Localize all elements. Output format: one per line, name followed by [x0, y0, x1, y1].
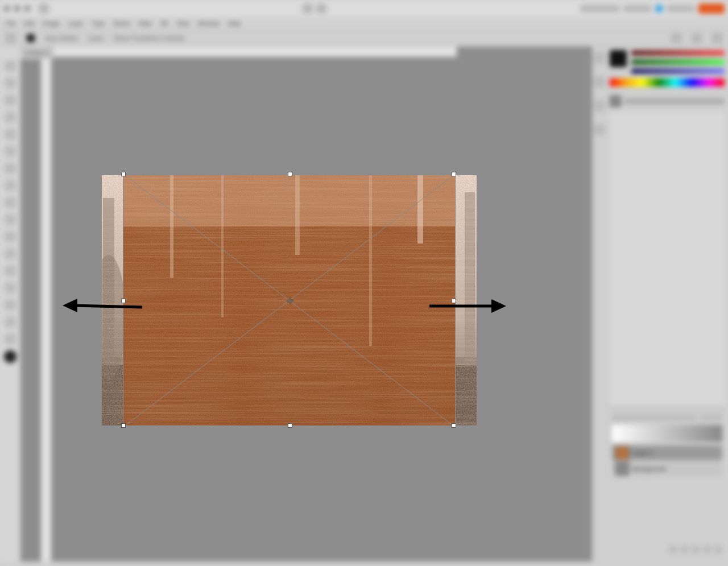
transform-bounding-box[interactable] — [123, 173, 456, 427]
color-slider-r[interactable] — [631, 50, 725, 56]
close-button[interactable] — [698, 3, 725, 14]
properties-panel[interactable] — [610, 111, 725, 405]
panel-icon[interactable] — [594, 52, 605, 64]
move-tool-icon[interactable] — [5, 60, 16, 72]
toolbar-icon[interactable] — [316, 3, 326, 14]
document-tab[interactable]: Untitled-1 — [20, 47, 54, 59]
blur-tool-icon[interactable] — [5, 231, 16, 242]
zoom-tool-icon[interactable] — [5, 333, 16, 345]
svg-line-15 — [123, 174, 455, 427]
transform-handle-sw[interactable] — [121, 423, 126, 428]
options-item[interactable]: Show Transform Controls — [114, 35, 184, 42]
transform-center-icon[interactable] — [286, 297, 294, 305]
layer-row[interactable]: Layer 1 — [612, 445, 722, 460]
new-layer-icon[interactable] — [703, 546, 711, 553]
fx-icon[interactable] — [680, 546, 688, 553]
options-item[interactable]: Layer — [88, 35, 104, 42]
transform-handle-ne[interactable] — [452, 172, 456, 176]
unknown-button[interactable] — [667, 5, 695, 13]
status-bar — [0, 561, 728, 566]
crop-tool-icon[interactable] — [5, 129, 16, 140]
ruler-vertical — [41, 57, 51, 561]
color-swatch-icon[interactable] — [4, 350, 16, 363]
workspace-switcher[interactable] — [623, 5, 652, 13]
menu-item[interactable]: Help — [228, 20, 241, 27]
right-panels: Layer 1 Background — [592, 47, 728, 561]
panel-icon[interactable] — [594, 100, 605, 111]
spectrum-picker[interactable] — [610, 79, 725, 86]
pen-tool-icon[interactable] — [5, 282, 16, 294]
close-window-icon[interactable] — [3, 5, 10, 12]
collapsed-panel-icons[interactable] — [593, 47, 606, 561]
menu-item[interactable]: Filter — [138, 20, 152, 27]
toolbar-icon[interactable] — [303, 3, 313, 14]
wand-tool-icon[interactable] — [5, 111, 16, 123]
gradient-tool-icon[interactable] — [5, 214, 16, 225]
align-icon[interactable] — [671, 33, 681, 43]
color-slider-g[interactable] — [631, 59, 725, 65]
align-icon[interactable] — [712, 33, 722, 43]
menu-bar[interactable]: File Edit Image Layer Type Select Filter… — [0, 17, 728, 30]
hand-tool-icon[interactable] — [5, 316, 16, 328]
search-box[interactable] — [580, 5, 620, 13]
mask-icon[interactable] — [692, 546, 700, 553]
menu-item[interactable]: 3D — [160, 20, 168, 27]
transform-handle-w[interactable] — [121, 299, 126, 303]
link-layers-icon[interactable] — [669, 546, 677, 553]
mini-layer-row[interactable] — [610, 96, 725, 107]
options-bar[interactable]: Auto-Select Layer Show Transform Control… — [0, 30, 728, 47]
menu-item[interactable]: Layer — [68, 20, 84, 27]
color-panel[interactable] — [610, 50, 725, 74]
tools-panel[interactable] — [0, 47, 20, 561]
layer-name[interactable]: Layer 1 — [632, 449, 653, 456]
transform-handle-n[interactable] — [288, 172, 292, 176]
options-item[interactable]: Auto-Select — [46, 35, 78, 42]
transform-handle-se[interactable] — [452, 423, 456, 428]
type-tool-icon[interactable] — [5, 265, 16, 276]
svg-point-17 — [288, 299, 292, 303]
layer-row[interactable]: Background — [612, 461, 722, 476]
stamp-tool-icon[interactable] — [5, 180, 16, 191]
marquee-tool-icon[interactable] — [5, 77, 16, 89]
layer-name[interactable]: Background — [632, 465, 666, 472]
eyedropper-tool-icon[interactable] — [5, 146, 16, 157]
svg-rect-4 — [465, 192, 475, 363]
window-controls[interactable] — [3, 5, 31, 12]
layers-panel[interactable]: Layer 1 Background — [610, 410, 725, 558]
transform-handle-e[interactable] — [452, 299, 456, 303]
menu-item[interactable]: Image — [43, 20, 60, 27]
color-preview-swatch[interactable] — [610, 50, 627, 67]
blend-mode-select[interactable] — [612, 415, 696, 420]
trash-icon[interactable] — [714, 546, 722, 553]
document-tab-label: Untitled-1 — [24, 49, 51, 56]
panel-icon[interactable] — [594, 124, 605, 135]
eraser-tool-icon[interactable] — [5, 197, 16, 208]
brush-tool-icon[interactable] — [5, 163, 16, 174]
foreground-color-swatch[interactable] — [26, 34, 35, 43]
panel-icon[interactable] — [594, 76, 605, 88]
transform-handle-s[interactable] — [288, 423, 292, 428]
layer-thumb-icon — [615, 446, 629, 460]
layer-thumb-icon — [615, 462, 629, 476]
maximize-window-icon[interactable] — [24, 5, 31, 12]
ruler-horizontal — [41, 47, 457, 57]
lasso-tool-icon[interactable] — [5, 94, 16, 106]
menu-item[interactable]: Select — [113, 20, 131, 27]
align-icon[interactable] — [692, 33, 702, 43]
minimize-window-icon[interactable] — [14, 5, 20, 12]
cloud-icon[interactable] — [655, 5, 663, 13]
mini-label — [624, 98, 725, 104]
shape-tool-icon[interactable] — [5, 299, 16, 311]
menu-item[interactable]: Window — [197, 20, 220, 27]
menu-item[interactable]: View — [176, 20, 190, 27]
menu-item[interactable]: Type — [92, 20, 105, 27]
opacity-field[interactable] — [700, 415, 722, 420]
tool-preset-icon[interactable] — [6, 33, 16, 43]
menu-item[interactable]: Edit — [24, 20, 35, 27]
transform-handle-nw[interactable] — [121, 172, 126, 176]
svg-line-16 — [123, 174, 455, 427]
dodge-tool-icon[interactable] — [5, 248, 16, 259]
layers-footer[interactable] — [612, 546, 722, 556]
color-slider-b[interactable] — [631, 68, 725, 74]
menu-item[interactable]: File — [6, 20, 16, 27]
